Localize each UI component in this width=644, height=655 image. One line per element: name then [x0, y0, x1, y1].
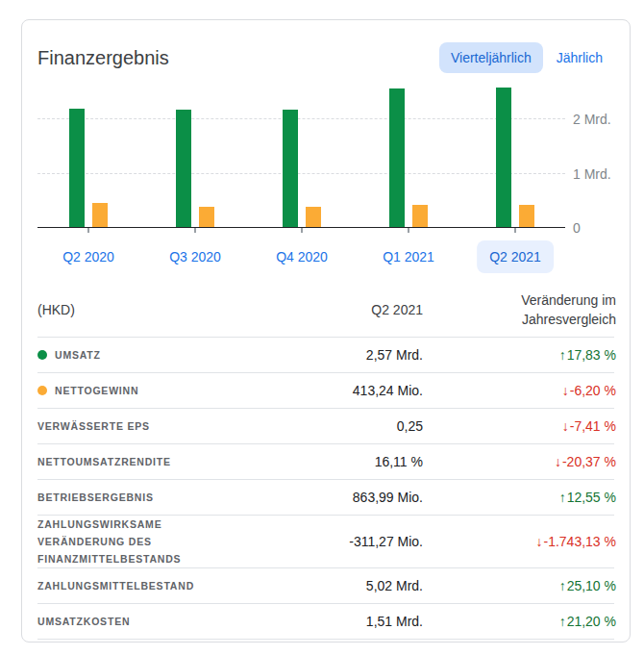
umsatz-bar[interactable] — [176, 110, 191, 227]
table-row: NETTOGEWINN413,24 Mio.↓-6,20 % — [37, 373, 614, 409]
row-change: ↓-1.743,13 % — [423, 534, 616, 549]
row-change: ↓-6,20 % — [423, 383, 616, 398]
up-arrow-icon: ↑ — [559, 614, 566, 629]
financials-card: Finanzergebnis Vierteljährlich Jährlich … — [21, 19, 631, 642]
financials-bar-chart: 2 Mrd.1 Mrd.0 — [37, 84, 614, 228]
row-value: 863,99 Mio. — [230, 490, 423, 505]
down-arrow-icon: ↓ — [555, 454, 561, 469]
tab-yearly[interactable]: Jährlich — [545, 42, 614, 73]
row-change: ↑12,55 % — [423, 490, 616, 505]
x-axis-labels: Q2 2020Q3 2020Q4 2020Q1 2021Q2 2021 — [37, 240, 614, 273]
row-label-text: VERWÄSSERTE EPS — [37, 417, 150, 435]
row-label-text: UMSATZ — [55, 346, 101, 364]
row-change: ↑17,83 % — [423, 347, 616, 363]
table-row: VERWÄSSERTE EPS0,25↓-7,41 % — [37, 409, 614, 444]
nettogewinn-bar[interactable] — [199, 207, 214, 227]
bar-group-q2-2021[interactable] — [496, 88, 534, 227]
row-value: 1,51 Mrd. — [230, 614, 423, 629]
axis-tick — [301, 228, 303, 233]
row-label-text: NETTOGEWINN — [55, 382, 138, 399]
chart-x-label-q3-2020[interactable]: Q3 2020 — [157, 240, 234, 273]
row-change: ↓-7,41 % — [423, 418, 616, 434]
row-value: 5,02 Mrd. — [230, 578, 423, 593]
bar-group-q3-2020[interactable] — [176, 110, 214, 227]
row-label-text: BETRIEBSERGEBNIS — [37, 489, 154, 506]
row-change-value: 12,55 % — [567, 490, 616, 505]
up-arrow-icon: ↑ — [559, 490, 566, 505]
page-title: Finanzergebnis — [37, 47, 169, 69]
table-body: UMSATZ2,57 Mrd.↑17,83 %NETTOGEWINN413,24… — [37, 338, 614, 640]
chart-x-label-q1-2021[interactable]: Q1 2021 — [370, 240, 447, 273]
x-axis-ticks — [37, 228, 614, 236]
umsatz-bar[interactable] — [283, 110, 298, 227]
row-value: 413,24 Mio. — [230, 383, 423, 398]
row-change-value: -7,41 % — [570, 418, 616, 434]
umsatz-bar[interactable] — [496, 88, 511, 227]
bar-group-q1-2021[interactable] — [389, 88, 428, 227]
umsatz-bar[interactable] — [69, 109, 85, 227]
row-change-value: -1.743,13 % — [544, 534, 617, 549]
header-change: Veränderung im Jahresvergleich — [423, 290, 616, 329]
down-arrow-icon: ↓ — [562, 418, 569, 434]
row-label-text: UMSATZKOSTEN — [37, 613, 130, 630]
series-dot-icon — [37, 386, 47, 395]
y-axis-label: 1 Mrd. — [573, 166, 611, 182]
chart-x-label-q2-2021[interactable]: Q2 2021 — [477, 240, 554, 273]
nettogewinn-bar[interactable] — [519, 205, 534, 227]
row-label-text: ZAHLUNGSMITTELBESTAND — [37, 577, 194, 594]
row-label: VERWÄSSERTE EPS — [37, 417, 220, 435]
row-value: 0,25 — [230, 418, 423, 434]
row-change: ↑21,20 % — [423, 614, 616, 629]
row-label: UMSATZKOSTEN — [37, 613, 220, 630]
row-value: -311,27 Mio. — [230, 534, 423, 549]
row-change-value: 17,83 % — [567, 347, 616, 363]
bar-group-q4-2020[interactable] — [283, 110, 321, 227]
chart-x-label-q2-2020[interactable]: Q2 2020 — [50, 240, 127, 273]
row-change-value: -6,20 % — [570, 383, 616, 398]
nettogewinn-bar[interactable] — [412, 205, 428, 227]
down-arrow-icon: ↓ — [536, 534, 543, 549]
table-row: NETTOUMSATZRENDITE16,11 %↓-20,37 % — [37, 444, 614, 480]
row-change: ↑25,10 % — [423, 578, 616, 593]
umsatz-bar[interactable] — [389, 88, 405, 227]
nettogewinn-bar[interactable] — [306, 207, 321, 227]
period-tabs: Vierteljährlich Jährlich — [439, 42, 614, 73]
header-unit: (HKD) — [37, 302, 230, 317]
table-row: UMSATZ2,57 Mrd.↑17,83 % — [37, 338, 614, 373]
up-arrow-icon: ↑ — [559, 347, 566, 363]
nettogewinn-bar[interactable] — [92, 203, 108, 227]
axis-tick — [87, 228, 89, 233]
row-label: NETTOUMSATZRENDITE — [37, 453, 220, 470]
up-arrow-icon: ↑ — [559, 578, 566, 593]
row-label: ZAHLUNGSWIRKSAME VERÄNDERUNG DES FINANZM… — [37, 516, 220, 567]
chart-x-label-q4-2020[interactable]: Q4 2020 — [263, 240, 340, 273]
row-value: 2,57 Mrd. — [230, 347, 423, 363]
row-label: BETRIEBSERGEBNIS — [37, 489, 220, 506]
series-dot-icon — [37, 350, 47, 360]
row-change-value: 21,20 % — [567, 614, 616, 629]
tab-quarterly[interactable]: Vierteljährlich — [439, 42, 543, 73]
header-period: Q2 2021 — [230, 302, 423, 317]
card-header: Finanzergebnis Vierteljährlich Jährlich — [22, 20, 630, 73]
row-label: ZAHLUNGSMITTELBESTAND — [37, 577, 220, 594]
axis-tick — [194, 228, 196, 233]
row-change-value: 25,10 % — [567, 578, 616, 593]
table-header-row: (HKD) Q2 2021 Veränderung im Jahresvergl… — [37, 289, 614, 338]
row-change: ↓-20,37 % — [423, 454, 616, 469]
y-axis-label: 2 Mrd. — [573, 112, 611, 127]
axis-tick — [408, 228, 409, 233]
axis-tick — [514, 228, 516, 233]
table-row: ZAHLUNGSMITTELBESTAND5,02 Mrd.↑25,10 % — [37, 568, 614, 604]
row-label: UMSATZ — [37, 346, 220, 364]
row-value: 16,11 % — [230, 454, 423, 469]
row-label: NETTOGEWINN — [37, 382, 220, 399]
row-label-text: ZAHLUNGSWIRKSAME VERÄNDERUNG DES FINANZM… — [37, 516, 220, 567]
down-arrow-icon: ↓ — [562, 383, 569, 398]
row-label-text: NETTOUMSATZRENDITE — [37, 453, 171, 470]
financials-table: (HKD) Q2 2021 Veränderung im Jahresvergl… — [37, 289, 614, 640]
table-row: UMSATZKOSTEN1,51 Mrd.↑21,20 % — [37, 604, 614, 640]
row-change-value: -20,37 % — [562, 454, 616, 469]
table-row: ZAHLUNGSWIRKSAME VERÄNDERUNG DES FINANZM… — [37, 516, 614, 568]
table-row: BETRIEBSERGEBNIS863,99 Mio.↑12,55 % — [37, 480, 614, 516]
bar-group-q2-2020[interactable] — [69, 109, 108, 227]
